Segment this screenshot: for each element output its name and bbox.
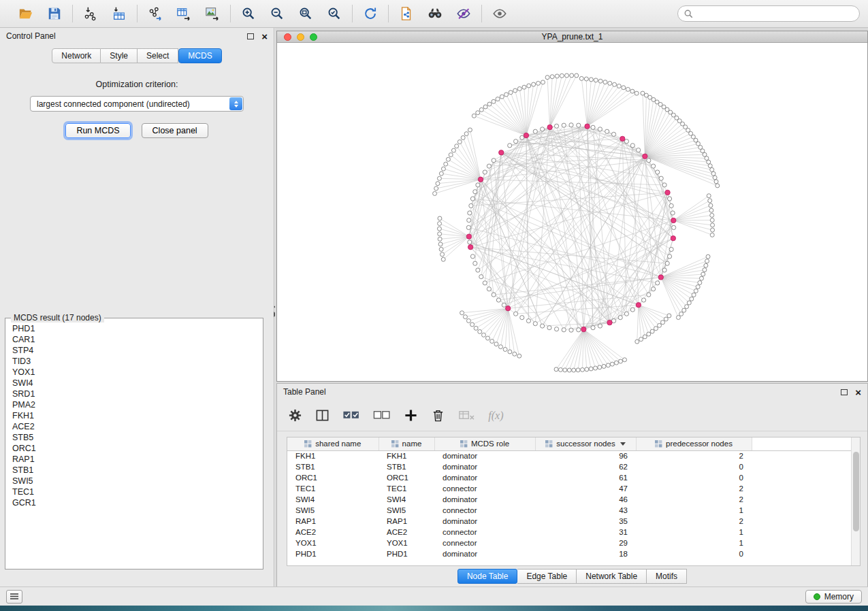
export-image-icon[interactable] bbox=[204, 5, 221, 22]
cell-shared_name[interactable]: SWI5 bbox=[287, 505, 379, 516]
status-menu-button[interactable] bbox=[6, 590, 22, 604]
zoom-fit-icon[interactable] bbox=[297, 5, 315, 22]
save-icon[interactable] bbox=[46, 5, 63, 22]
mcds-result-list[interactable]: PHD1CAR1STP4TID3YOX1SWI4SRD1PMA2FKH1ACE2… bbox=[7, 323, 261, 567]
import-table-icon[interactable] bbox=[110, 5, 128, 22]
show-details-icon[interactable] bbox=[491, 5, 509, 22]
window-minimize-button[interactable] bbox=[297, 33, 304, 41]
table-row[interactable]: RAP1RAP1dominator352 bbox=[287, 516, 851, 527]
cell-successors[interactable]: 18 bbox=[535, 548, 636, 559]
tab-node-table[interactable]: Node Table bbox=[457, 569, 518, 584]
mcds-node-item[interactable]: YOX1 bbox=[7, 367, 261, 378]
cell-shared_name[interactable]: ORC1 bbox=[287, 472, 379, 483]
mcds-node-item[interactable]: TEC1 bbox=[7, 486, 261, 497]
cell-successors[interactable]: 35 bbox=[535, 516, 636, 527]
cell-predecessors[interactable]: 1 bbox=[636, 505, 752, 516]
float-table-panel-icon[interactable] bbox=[841, 389, 848, 395]
mcds-node-item[interactable]: GCR1 bbox=[7, 497, 261, 508]
network-view-titlebar[interactable]: YPA_prune.txt_1 bbox=[277, 31, 867, 43]
add-row-icon[interactable] bbox=[404, 406, 418, 425]
cell-successors[interactable]: 62 bbox=[535, 461, 636, 472]
cell-role[interactable]: dominator bbox=[434, 472, 535, 483]
column-header-predecessor-nodes[interactable]: predecessor nodes bbox=[636, 437, 752, 450]
cell-successors[interactable]: 29 bbox=[535, 538, 636, 548]
columns-icon[interactable] bbox=[315, 406, 329, 425]
cell-shared_name[interactable]: STB1 bbox=[287, 461, 379, 472]
cell-name[interactable]: SWI4 bbox=[379, 494, 434, 505]
cell-successors[interactable]: 47 bbox=[535, 483, 636, 494]
export-table-icon[interactable] bbox=[175, 5, 193, 22]
tab-motifs[interactable]: Motifs bbox=[647, 569, 687, 584]
scrollbar-thumb[interactable] bbox=[853, 452, 859, 531]
tab-network[interactable]: Network bbox=[52, 48, 101, 63]
settings-icon[interactable] bbox=[288, 406, 302, 425]
cell-predecessors[interactable]: 1 bbox=[636, 527, 752, 538]
search-input[interactable] bbox=[697, 9, 853, 18]
network-from-selection-icon[interactable] bbox=[398, 5, 415, 22]
mcds-node-item[interactable]: ACE2 bbox=[7, 421, 261, 432]
cell-shared_name[interactable]: YOX1 bbox=[287, 538, 379, 548]
run-mcds-button[interactable]: Run MCDS bbox=[65, 123, 130, 138]
criterion-dropdown[interactable]: largest connected component (undirected) bbox=[30, 96, 244, 112]
cell-predecessors[interactable]: 2 bbox=[636, 516, 752, 527]
cell-shared_name[interactable]: TEC1 bbox=[287, 483, 379, 494]
cell-role[interactable]: connector bbox=[434, 538, 535, 548]
network-graph[interactable] bbox=[277, 43, 867, 381]
mcds-node-item[interactable]: STB1 bbox=[7, 465, 261, 476]
table-row[interactable]: PHD1PHD1dominator180 bbox=[287, 548, 851, 559]
search-box[interactable] bbox=[677, 5, 860, 22]
cell-successors[interactable]: 96 bbox=[535, 450, 636, 461]
tab-mcds[interactable]: MCDS bbox=[178, 48, 221, 63]
mcds-node-item[interactable]: STP4 bbox=[7, 345, 261, 356]
mcds-node-item[interactable]: ORC1 bbox=[7, 443, 261, 454]
cell-predecessors[interactable]: 2 bbox=[636, 483, 752, 494]
cell-predecessors[interactable]: 0 bbox=[636, 548, 752, 559]
mcds-node-item[interactable]: RAP1 bbox=[7, 454, 261, 465]
cell-name[interactable]: ORC1 bbox=[379, 472, 434, 483]
mcds-node-item[interactable]: STB5 bbox=[7, 432, 261, 443]
open-file-icon[interactable] bbox=[17, 5, 35, 22]
cell-role[interactable]: connector bbox=[434, 505, 535, 516]
mcds-node-item[interactable]: TID3 bbox=[7, 356, 261, 367]
cell-name[interactable]: STB1 bbox=[379, 461, 434, 472]
cell-name[interactable]: ACE2 bbox=[379, 527, 434, 538]
tab-network-table[interactable]: Network Table bbox=[577, 569, 647, 584]
tab-edge-table[interactable]: Edge Table bbox=[517, 569, 577, 584]
close-panel-icon[interactable]: × bbox=[261, 31, 268, 42]
network-canvas[interactable] bbox=[277, 43, 867, 381]
zoom-out-icon[interactable] bbox=[268, 5, 286, 22]
cell-predecessors[interactable]: 2 bbox=[636, 450, 752, 461]
cell-role[interactable]: dominator bbox=[434, 516, 535, 527]
mcds-node-item[interactable]: SWI4 bbox=[7, 378, 261, 389]
column-header-successor-nodes[interactable]: successor nodes bbox=[535, 437, 636, 450]
cell-role[interactable]: connector bbox=[434, 527, 535, 538]
cell-name[interactable]: FKH1 bbox=[379, 450, 434, 461]
window-close-button[interactable] bbox=[284, 33, 291, 41]
column-header-MCDS-role[interactable]: MCDS role bbox=[434, 437, 535, 450]
cell-predecessors[interactable]: 0 bbox=[636, 472, 752, 483]
cell-role[interactable]: connector bbox=[434, 483, 535, 494]
table-row[interactable]: STB1STB1dominator620 bbox=[287, 461, 851, 472]
cell-role[interactable]: dominator bbox=[434, 461, 535, 472]
table-row[interactable]: FKH1FKH1dominator962 bbox=[287, 450, 851, 461]
cell-successors[interactable]: 31 bbox=[535, 527, 636, 538]
cell-successors[interactable]: 43 bbox=[535, 505, 636, 516]
table-row[interactable]: SWI5SWI5connector431 bbox=[287, 505, 851, 516]
import-network-icon[interactable] bbox=[82, 5, 99, 22]
table-row[interactable]: YOX1YOX1connector291 bbox=[287, 538, 851, 548]
window-zoom-button[interactable] bbox=[310, 33, 317, 41]
cell-successors[interactable]: 61 bbox=[535, 472, 636, 483]
cell-name[interactable]: PHD1 bbox=[379, 548, 434, 559]
refresh-icon[interactable] bbox=[361, 5, 379, 22]
table-scrollbar[interactable] bbox=[851, 437, 860, 565]
cell-name[interactable]: YOX1 bbox=[379, 538, 434, 548]
column-header-name[interactable]: name bbox=[379, 437, 434, 450]
mcds-node-item[interactable]: SWI5 bbox=[7, 476, 261, 486]
cell-role[interactable]: dominator bbox=[434, 494, 535, 505]
cell-shared_name[interactable]: FKH1 bbox=[287, 450, 379, 461]
deselect-all-icon[interactable] bbox=[373, 406, 391, 425]
float-panel-icon[interactable] bbox=[247, 33, 254, 39]
table-row[interactable]: ACE2ACE2connector311 bbox=[287, 527, 851, 538]
tab-style[interactable]: Style bbox=[101, 48, 138, 63]
cell-name[interactable]: TEC1 bbox=[379, 483, 434, 494]
